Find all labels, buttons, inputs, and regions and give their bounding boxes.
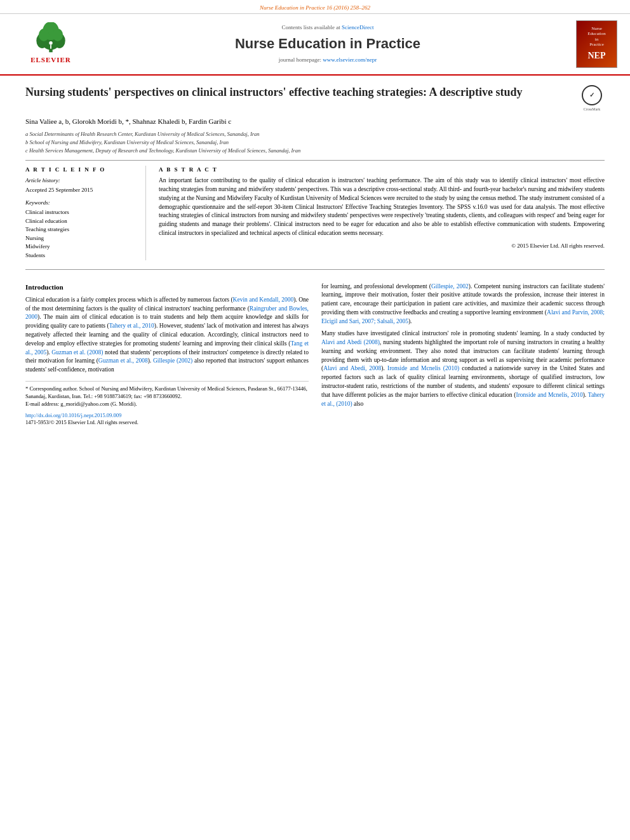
left-column: Introduction Clinical education is a fai… (25, 283, 309, 427)
article-history-label: Article history: (25, 177, 136, 185)
ref-kevin-kendall[interactable]: Kevin and Kendall, 2000 (233, 297, 294, 303)
keyword-5: Midwifery (25, 243, 136, 251)
issn-line: 1471-5953/© 2015 Elsevier Ltd. All right… (25, 419, 309, 427)
elsevier-branding: ELSEVIER (13, 22, 89, 65)
email-address[interactable]: g_moridi@yahoo.com (60, 401, 109, 407)
affiliation-b: b School of Nursing and Midwifery, Kurdi… (25, 138, 605, 147)
intro-paragraph-2: for learning, and professional developme… (321, 283, 605, 326)
elsevier-logo: ELSEVIER (30, 22, 71, 65)
footnote-email: E-mail address: g_moridi@yahoo.com (G. M… (25, 401, 309, 408)
accepted-date: Accepted 25 September 2015 (25, 186, 136, 194)
keyword-2: Clinical education (25, 217, 136, 225)
ref-ironside-2010[interactable]: Ironside and Mcnelis, 2010 (516, 392, 583, 398)
article-info-abstract: A R T I C L E I N F O Article history: A… (25, 166, 605, 260)
article-title-section: Nursing students' perspectives on clinic… (25, 85, 605, 112)
crossmark-badge: ✓ CrossMark (579, 85, 605, 112)
cover-label: NurseEducationinPractice (587, 26, 605, 48)
journal-citation: Nurse Education in Practice 16 (2016) 25… (0, 0, 630, 14)
citation-text: Nurse Education in Practice 16 (2016) 25… (260, 4, 370, 11)
ref-raingruber[interactable]: Raingruber and Bowles, 2000 (25, 305, 309, 321)
keywords-label: Keywords: (25, 199, 136, 207)
article-info-heading: A R T I C L E I N F O (25, 166, 136, 174)
right-column: for learning, and professional developme… (321, 283, 605, 427)
intro-paragraph-3: Many studies have investigated clinical … (321, 330, 605, 408)
divider-1 (25, 160, 605, 161)
ref-gillespie-2002[interactable]: Gillespie, 2002 (431, 283, 469, 290)
svg-point-6 (53, 29, 63, 41)
article-info-panel: A R T I C L E I N F O Article history: A… (25, 166, 146, 260)
footnote-star: * Corresponding author. School of Nursin… (25, 385, 309, 401)
ref-guzman-2008b[interactable]: Guzman et al., 2008 (98, 357, 148, 364)
introduction-heading: Introduction (25, 283, 309, 292)
svg-point-7 (49, 41, 52, 44)
journal-homepage-line: journal homepage: www.elsevier.com/nepr (89, 56, 566, 64)
journal-cover-image: NurseEducationinPractice NEP (576, 20, 617, 68)
svg-point-5 (39, 29, 49, 41)
affiliation-a: a Social Determinants of Health Research… (25, 130, 605, 138)
intro-paragraph-1: Clinical education is a fairly complex p… (25, 296, 309, 375)
sciencedirect-link[interactable]: ScienceDirect (342, 24, 373, 30)
abstract-heading: A B S T R A C T (159, 166, 605, 174)
ref-alavi-abedi-2008b[interactable]: Alavi and Abedi, 2008 (323, 365, 381, 371)
ref-ironside[interactable]: Ironside and Mcnelis (2010) (387, 365, 459, 371)
divider-2 (25, 269, 605, 270)
keyword-3: Teaching strategies (25, 225, 136, 234)
ref-tahery[interactable]: Tahery et al., 2010 (109, 323, 154, 329)
article-title: Nursing students' perspectives on clinic… (25, 85, 573, 100)
elsevier-tree-icon (32, 22, 70, 54)
footnote-section: * Corresponding author. School of Nursin… (25, 381, 309, 408)
abstract-panel: A B S T R A C T An important factor cont… (159, 166, 605, 260)
copyright-notice: © 2015 Elsevier Ltd. All rights reserved… (159, 242, 605, 250)
keywords-list: Clinical instructors Clinical education … (25, 208, 136, 260)
abstract-text: An important factor contributing to the … (159, 177, 605, 237)
body-content: Introduction Clinical education is a fai… (25, 283, 605, 427)
journal-header: ELSEVIER Contents lists available at Sci… (0, 14, 630, 76)
authors-line: Sina Valiee a, b, Glorokh Moridi b, *, S… (25, 117, 605, 126)
sciencedirect-line: Contents lists available at ScienceDirec… (89, 23, 566, 32)
journal-title: Nurse Education in Practice (89, 34, 566, 54)
doi-link[interactable]: http://dx.doi.org/10.1016/j.nepr.2015.09… (25, 412, 121, 418)
elsevier-name: ELSEVIER (30, 55, 71, 65)
ref-alavi-abedi-2008[interactable]: Alavi and Abedi (2008) (321, 339, 380, 345)
doi-section: http://dx.doi.org/10.1016/j.nepr.2015.09… (25, 412, 309, 427)
authors-text: Sina Valiee a, b, Glorokh Moridi b, *, S… (25, 117, 231, 125)
keyword-1: Clinical instructors (25, 208, 136, 217)
ref-gillespie[interactable]: Gillespie (2002) (153, 357, 192, 364)
crossmark-label: CrossMark (584, 107, 601, 112)
journal-info-center: Contents lists available at ScienceDirec… (89, 23, 566, 64)
homepage-link[interactable]: www.elsevier.com/nepr (323, 57, 377, 63)
journal-cover: NurseEducationinPractice NEP (566, 20, 617, 68)
ref-guzman-2008[interactable]: Guzman et al. (2008) (51, 349, 103, 356)
keyword-4: Nursing (25, 234, 136, 243)
ref-alavi-parvin[interactable]: Alavi and Parvin, 2008; Elcigil and Sari… (321, 309, 605, 324)
affiliation-c: c Health Services Management, Deputy of … (25, 147, 605, 155)
email-label: E-mail address: (25, 401, 59, 407)
affiliations: a Social Determinants of Health Research… (25, 130, 605, 154)
keyword-6: Students (25, 251, 136, 260)
cover-abbr: NEP (588, 50, 606, 62)
email-name: (G. Moridi). (111, 401, 137, 407)
crossmark-icon: ✓ (582, 85, 602, 105)
doi-url: http://dx.doi.org/10.1016/j.nepr.2015.09… (25, 412, 309, 420)
main-content: Nursing students' perspectives on clinic… (0, 76, 630, 437)
